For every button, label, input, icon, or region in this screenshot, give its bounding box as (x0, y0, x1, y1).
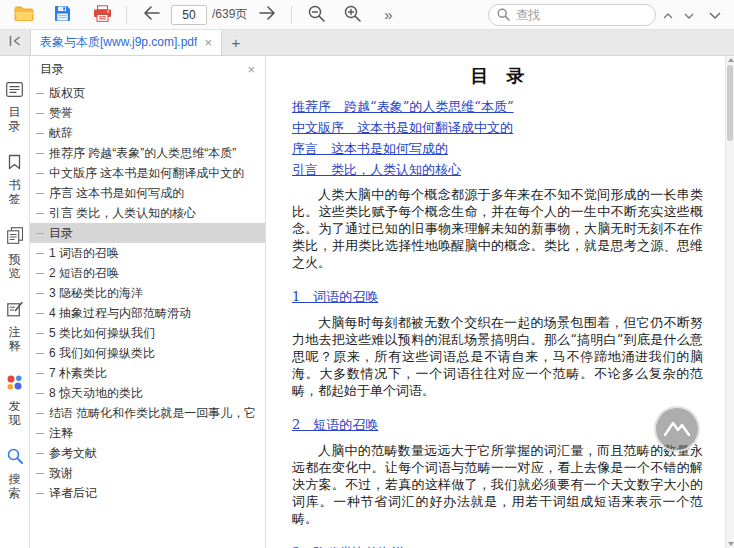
document-view[interactable]: 目 录 推荐序 跨越“表象”的人类思维“本质” 中文版序 这本书是如何翻译成中文… (266, 56, 725, 548)
save-button[interactable] (50, 3, 74, 27)
find-input[interactable] (516, 8, 647, 22)
zoom-out-icon (308, 5, 325, 25)
bookmark-icon (8, 154, 21, 174)
toc-item-selected[interactable]: 目录 (30, 223, 265, 243)
new-tab-button[interactable]: + (222, 30, 250, 55)
toolbar-separator (291, 6, 292, 24)
doc-link[interactable]: 引言 类比，人类认知的核心 (292, 159, 703, 180)
page-number-input[interactable] (171, 5, 207, 25)
doc-paragraph: 人类大脑中的每个概念都源于多年来在不知不觉间形成的一长串类比。这些类比赋予每个概… (292, 186, 703, 271)
doc-link[interactable]: 推荐序 跨越“表象”的人类思维“本质” (292, 96, 703, 117)
print-button[interactable] (90, 3, 114, 27)
pdf-page: 目 录 推荐序 跨越“表象”的人类思维“本质” 中文版序 这本书是如何翻译成中文… (266, 56, 725, 548)
rail-item-search[interactable]: 搜索 (7, 448, 23, 500)
chevron-up-icon (663, 7, 673, 22)
arrow-left-icon (143, 6, 160, 23)
toc-item[interactable]: 参考文献 (30, 443, 265, 463)
vertical-scrollbar[interactable] (725, 56, 734, 548)
toc-item[interactable]: 注释 (30, 423, 265, 443)
toc-list: 版权页 赞誉 献辞 推荐序 跨越“表象”的人类思维“本质” 中文版序 这本书是如… (30, 82, 265, 503)
toc-item[interactable]: 版权页 (30, 83, 265, 103)
rail-label: 书签 (8, 178, 21, 206)
folder-icon (14, 6, 34, 24)
rail-item-preview[interactable]: 预览 (7, 227, 23, 280)
scroll-up-arrow-icon[interactable] (728, 58, 734, 62)
toc-item[interactable]: 推荐序 跨越“表象”的人类思维“本质” (30, 143, 265, 163)
doc-link[interactable]: 序言 这本书是如何写成的 (292, 138, 703, 159)
toc-list-icon (6, 82, 23, 101)
toc-item[interactable]: 译者后记 (30, 483, 265, 503)
annotation-pencil-icon (7, 301, 23, 321)
rail-item-bookmark[interactable]: 书签 (8, 154, 21, 206)
main-toolbar: /639页 » (0, 0, 734, 30)
pdf-reader-window: /639页 » (0, 0, 734, 548)
more-tools-button[interactable]: » (376, 3, 400, 27)
rail-item-discover[interactable]: 发现 (6, 374, 23, 427)
tab-close-button[interactable]: × (204, 36, 212, 49)
doc-section-link[interactable]: 1 词语的召唤 (292, 288, 378, 306)
zoom-in-button[interactable] (340, 3, 364, 27)
search-icon (497, 8, 510, 21)
toolbar-options-dropdown[interactable] (706, 5, 724, 25)
rail-label: 预览 (8, 252, 21, 280)
scrollbar-thumb[interactable] (727, 65, 733, 141)
toc-item[interactable]: 中文版序 这本书是如何翻译成中文的 (30, 163, 265, 183)
doc-paragraph: 大脑每时每刻都被无数个交织在一起的场景包围着，但它仍不断努力地去把这些难以预料的… (292, 314, 703, 399)
discover-dots-icon (6, 374, 23, 395)
next-page-button[interactable] (255, 3, 279, 27)
chevron-down-icon (684, 7, 694, 22)
find-next-button[interactable] (680, 5, 698, 25)
rail-label: 注释 (8, 325, 21, 353)
search-magnifier-icon (7, 448, 23, 468)
toolbar-separator (126, 6, 127, 24)
save-floppy-icon (54, 5, 71, 25)
doc-title: 目 录 (292, 64, 703, 88)
chevron-down-icon (709, 7, 721, 22)
scroll-down-arrow-icon[interactable] (728, 542, 734, 546)
document-tab[interactable]: 表象与本质[www.j9p.com].pdf × (30, 30, 222, 55)
previous-page-button[interactable] (139, 3, 163, 27)
tab-title: 表象与本质[www.j9p.com].pdf (40, 34, 197, 51)
toc-panel-title: 目录 (40, 61, 64, 78)
toc-item[interactable]: 致谢 (30, 463, 265, 483)
toc-panel-close-button[interactable]: × (247, 62, 255, 77)
rail-label: 发现 (8, 399, 21, 427)
toc-item[interactable]: 结语 范畴化和作类比就是一回事儿，它 (30, 403, 265, 423)
toc-panel: 目录 × 版权页 赞誉 献辞 推荐序 跨越“表象”的人类思维“本质” 中文版序 … (30, 56, 266, 548)
open-file-button[interactable] (12, 3, 36, 27)
toc-item[interactable]: 4 抽象过程与内部范畴滑动 (30, 303, 265, 323)
navigation-rail: 目录 书签 预览 注释 发现 (0, 56, 30, 548)
mountain-peaks-icon (663, 419, 691, 440)
zoom-out-button[interactable] (304, 3, 328, 27)
toc-item[interactable]: 赞誉 (30, 103, 265, 123)
toc-panel-header: 目录 × (30, 56, 265, 82)
toc-item[interactable]: 8 惊天动地的类比 (30, 383, 265, 403)
toc-item[interactable]: 序言 这本书是如何写成的 (30, 183, 265, 203)
toc-item[interactable]: 2 短语的召唤 (30, 263, 265, 283)
doc-link[interactable]: 中文版序 这本书是如何翻译成中文的 (292, 117, 703, 138)
toc-item[interactable]: 3 隐秘类比的海洋 (30, 283, 265, 303)
page-total-label: /639页 (212, 6, 247, 23)
rail-label: 搜索 (8, 472, 21, 500)
rail-item-toc[interactable]: 目录 (6, 82, 23, 133)
toc-item[interactable]: 引言 类比，人类认知的核心 (30, 203, 265, 223)
printer-icon (93, 5, 112, 25)
doc-paragraph: 人脑中的范畴数量远远大于它所掌握的词汇量，而且范畴的数量永远都在变化中。让每个词… (292, 442, 703, 527)
rail-label: 目录 (8, 105, 21, 133)
doc-section-link[interactable]: 2 短语的召唤 (292, 416, 378, 434)
collapse-sidebar-button[interactable] (0, 30, 30, 55)
find-previous-button[interactable] (659, 5, 677, 25)
rail-item-annotate[interactable]: 注释 (7, 301, 23, 353)
tab-bar: 表象与本质[www.j9p.com].pdf × + (0, 30, 734, 56)
preview-pages-icon (7, 227, 23, 248)
arrow-right-icon (259, 6, 276, 23)
toc-item[interactable]: 7 朴素类比 (30, 363, 265, 383)
toc-item[interactable]: 献辞 (30, 123, 265, 143)
toc-item[interactable]: 5 类比如何操纵我们 (30, 323, 265, 343)
collapse-panel-icon (8, 35, 22, 50)
zoom-in-icon (344, 5, 361, 25)
toc-item[interactable]: 1 词语的召唤 (30, 243, 265, 263)
toc-item[interactable]: 6 我们如何操纵类比 (30, 343, 265, 363)
doc-section-link[interactable]: 3 隐秘类比的海洋 (292, 544, 404, 548)
back-to-top-button[interactable] (654, 406, 700, 452)
